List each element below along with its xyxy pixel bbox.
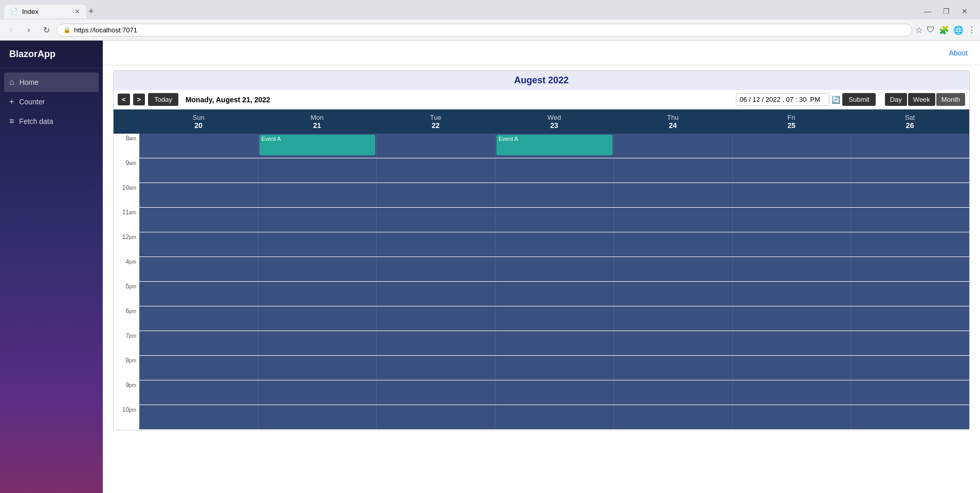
event-block[interactable]: Event A (260, 135, 376, 155)
active-tab[interactable]: 📄 Index ✕ (4, 5, 86, 19)
time-cell[interactable] (258, 232, 377, 257)
time-cell[interactable] (258, 282, 377, 306)
time-cell[interactable] (139, 208, 258, 232)
url-input[interactable] (74, 26, 905, 34)
time-cell[interactable] (139, 158, 258, 182)
event-block[interactable]: Event A (496, 135, 613, 155)
time-cell[interactable]: Event A (495, 134, 614, 158)
calendar-icon[interactable]: 🔄 (831, 96, 840, 104)
time-cell[interactable] (850, 331, 969, 355)
time-cell[interactable] (376, 257, 495, 281)
time-cell[interactable] (495, 208, 614, 232)
time-cell[interactable] (732, 282, 851, 306)
day-view-button[interactable]: Day (885, 93, 907, 106)
time-cell[interactable] (614, 134, 732, 158)
time-cell[interactable] (495, 282, 614, 306)
time-cell[interactable] (139, 134, 258, 158)
time-cell[interactable] (376, 356, 495, 380)
time-cell[interactable] (614, 306, 732, 331)
time-cell[interactable] (732, 134, 851, 158)
time-cell[interactable] (850, 183, 969, 207)
time-cell[interactable] (258, 405, 377, 429)
menu-button[interactable]: ⋮ (968, 25, 976, 35)
time-cell[interactable] (376, 208, 495, 232)
time-cell[interactable] (850, 306, 969, 331)
about-link[interactable]: About (949, 49, 968, 57)
time-cell[interactable] (732, 232, 851, 257)
time-cell[interactable] (258, 208, 377, 232)
time-cell[interactable] (258, 257, 377, 281)
time-cell[interactable] (139, 306, 258, 331)
sidebar-item-home[interactable]: ⌂ Home (4, 72, 99, 92)
forward-button[interactable]: › (22, 23, 36, 37)
time-cell[interactable] (495, 380, 614, 405)
new-tab-button[interactable]: + (88, 6, 94, 17)
time-cell[interactable] (614, 405, 732, 429)
close-window-button[interactable]: ✕ (957, 4, 972, 19)
time-cell[interactable] (258, 158, 377, 182)
time-cell[interactable] (495, 331, 614, 355)
time-cell[interactable] (850, 208, 969, 232)
refresh-button[interactable]: ↻ (39, 23, 53, 37)
time-cell[interactable] (732, 405, 851, 429)
time-cell[interactable] (376, 232, 495, 257)
time-cell[interactable] (850, 232, 969, 257)
time-cell[interactable] (258, 183, 377, 207)
time-cell[interactable] (614, 257, 732, 281)
time-cell[interactable] (850, 257, 969, 281)
time-cell[interactable] (614, 380, 732, 405)
today-button[interactable]: Today (148, 93, 178, 106)
address-bar[interactable]: 🔒 (57, 24, 912, 36)
time-cell[interactable] (732, 331, 851, 355)
calendar-wrapper[interactable]: Augest 2022 < > Today Monady, Augest 21,… (103, 65, 980, 493)
shield-button[interactable]: 🛡 (927, 25, 935, 34)
month-view-button[interactable]: Month (936, 93, 965, 106)
time-cell[interactable] (376, 380, 495, 405)
minimize-button[interactable]: — (920, 4, 935, 19)
time-cell[interactable] (614, 232, 732, 257)
submit-button[interactable]: Submit (842, 93, 875, 106)
date-time-field[interactable] (736, 93, 829, 106)
time-cell[interactable]: Event A (258, 134, 377, 158)
close-tab-button[interactable]: ✕ (75, 8, 80, 15)
time-cell[interactable] (139, 405, 258, 429)
sidebar-item-counter[interactable]: + Counter (0, 92, 103, 112)
time-cell[interactable] (258, 306, 377, 331)
time-cell[interactable] (495, 257, 614, 281)
time-cell[interactable] (850, 134, 969, 158)
time-cell[interactable] (732, 208, 851, 232)
time-cell[interactable] (732, 380, 851, 405)
time-cell[interactable] (732, 158, 851, 182)
time-cell[interactable] (850, 158, 969, 182)
time-cell[interactable] (732, 257, 851, 281)
time-cell[interactable] (376, 183, 495, 207)
time-cell[interactable] (139, 257, 258, 281)
time-cell[interactable] (139, 282, 258, 306)
time-cell[interactable] (614, 183, 732, 207)
prev-button[interactable]: < (118, 94, 130, 105)
time-cell[interactable] (850, 282, 969, 306)
time-cell[interactable] (732, 356, 851, 380)
time-cell[interactable] (614, 356, 732, 380)
next-button[interactable]: > (133, 94, 145, 105)
extensions-button[interactable]: 🧩 (939, 25, 949, 35)
time-cell[interactable] (258, 356, 377, 380)
time-cell[interactable] (139, 232, 258, 257)
time-cell[interactable] (495, 158, 614, 182)
time-cell[interactable] (850, 356, 969, 380)
time-cell[interactable] (376, 331, 495, 355)
time-cell[interactable] (614, 158, 732, 182)
time-cell[interactable] (258, 331, 377, 355)
time-cell[interactable] (614, 282, 732, 306)
time-cell[interactable] (376, 134, 495, 158)
time-cell[interactable] (495, 232, 614, 257)
time-cell[interactable] (376, 282, 495, 306)
time-cell[interactable] (732, 306, 851, 331)
back-button[interactable]: ‹ (4, 23, 19, 37)
time-cell[interactable] (376, 306, 495, 331)
sidebar-item-fetch-data[interactable]: ≡ Fetch data (0, 112, 103, 131)
time-cell[interactable] (139, 183, 258, 207)
account-button[interactable]: 🌐 (953, 25, 964, 35)
time-cell[interactable] (139, 331, 258, 355)
time-cell[interactable] (495, 405, 614, 429)
